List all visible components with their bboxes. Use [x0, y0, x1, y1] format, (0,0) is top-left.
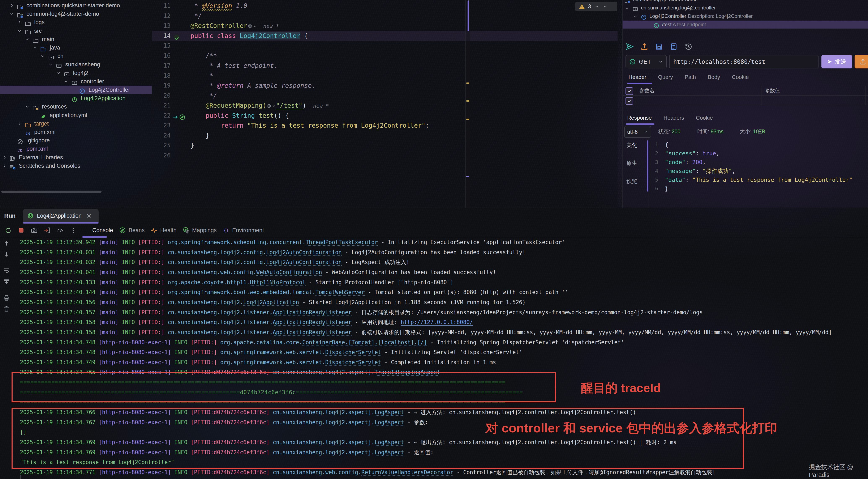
response-json-viewer[interactable]: 1{2"success": true,3"code": 200,4"messag… [649, 139, 868, 208]
editor-line-20[interactable]: 20 */ [152, 91, 618, 101]
editor-line-21[interactable]: 21 @RequestMapping("/test") new * [152, 100, 618, 111]
tab-headers[interactable]: Headers [663, 115, 684, 121]
down-button[interactable] [3, 251, 10, 258]
chevron-down-icon[interactable] [9, 10, 14, 18]
tab-body[interactable]: Body [708, 74, 720, 80]
editor-line-25[interactable]: 25} [152, 141, 618, 150]
tab-path[interactable]: Path [685, 74, 696, 80]
tab-response[interactable]: Response [627, 115, 652, 121]
editor-line-11[interactable]: 11 * @Version 1.0 [152, 1, 618, 11]
checkbox-checked[interactable] [625, 87, 633, 95]
chevron-down-icon[interactable] [64, 77, 69, 86]
send-button[interactable]: 发送 [822, 55, 852, 68]
tree-item-common-log4j2-starter-demo[interactable]: common-log4j2-starter-demo [0, 10, 152, 18]
tab-cookie[interactable]: Cookie [732, 74, 749, 80]
editor-line-12[interactable]: 12 */ [152, 11, 618, 21]
editor-line-23[interactable]: 23 return "This is a test response from … [152, 120, 618, 130]
tree-item-pom-xml[interactable]: mpom.xml [0, 128, 152, 136]
tree-item-application-yml[interactable]: application.yml [0, 111, 152, 119]
download-icon[interactable] [756, 128, 764, 135]
warning-mark[interactable] [466, 83, 469, 84]
endpoint-tree-item[interactable]: CLog4j2Controller Description: Log4j2Con… [623, 12, 868, 20]
warning-mark[interactable] [466, 100, 469, 101]
encoding-select[interactable]: utf-8 [624, 126, 651, 138]
chevron-right-icon[interactable] [2, 153, 7, 161]
chevron-right-icon[interactable] [17, 119, 22, 128]
tree-item-log4j2[interactable]: log4j2 [0, 69, 152, 77]
tree-item-log4j2controller[interactable]: CLog4j2Controller [0, 86, 152, 94]
endpoint-tree-item[interactable]: G/test A test endpoint. [623, 21, 868, 29]
globe-chip-icon[interactable] [266, 102, 276, 109]
tree-item-combinations-quickstart-starter-demo[interactable]: combinations-quickstart-starter-demo [0, 1, 152, 10]
tree-item-log4j2application[interactable]: Log4j2Application [0, 94, 152, 102]
tree-item-cn[interactable]: cn [0, 52, 152, 60]
editor-line-18[interactable]: 18 * [152, 71, 618, 81]
tab-cookie[interactable]: Cookie [696, 115, 713, 121]
tree-item-scratches-and-consoles[interactable]: Scratches and Consoles [0, 161, 152, 170]
tree-item--gitignore[interactable]: .gitignore [0, 136, 152, 145]
view-tab-0[interactable]: 美化 [626, 142, 637, 149]
chevron-down-icon[interactable] [625, 4, 629, 12]
doc-button[interactable] [670, 42, 678, 51]
code-editor[interactable]: 11 * @Version 1.012 */13@RestController … [152, 0, 618, 208]
chevron-down-icon[interactable] [633, 12, 638, 20]
tree-item-target[interactable]: target [0, 119, 152, 128]
editor-line-24[interactable]: 24 } [152, 130, 618, 141]
tab-query[interactable]: Query [658, 74, 673, 80]
tray-button[interactable] [640, 42, 649, 51]
editor-line-19[interactable]: 19 * @return A sample response. [152, 81, 618, 91]
chevron-right-icon[interactable] [17, 18, 22, 26]
chevron-down-icon[interactable] [602, 4, 608, 9]
editor-line-13[interactable]: 13@RestController new * [152, 21, 618, 31]
method-select[interactable]: G GET [625, 55, 666, 68]
warning-mark[interactable] [466, 119, 469, 120]
upload-button[interactable] [855, 55, 868, 68]
editor-line-16[interactable]: 16 /** [152, 51, 618, 61]
trash-button[interactable] [3, 305, 10, 312]
editor-line-17[interactable]: 17 * A test endpoint. [152, 61, 618, 71]
chevron-right-icon[interactable] [9, 1, 14, 10]
scrollbar-thumb[interactable] [468, 0, 469, 31]
tree-item-external-libraries[interactable]: External Libraries [0, 153, 152, 161]
tree-item-java[interactable]: java [0, 43, 152, 52]
hist-button[interactable] [684, 42, 693, 51]
inspection-widget[interactable]: 3 [575, 2, 617, 11]
endpoint-tree-item[interactable]: common-log4j2-starter-demo [623, 0, 868, 3]
tree-item-sunxiansheng[interactable]: sunxiansheng [0, 60, 152, 69]
chevron-down-icon[interactable] [40, 52, 45, 60]
editor-error-stripe[interactable] [465, 0, 470, 208]
editor-line-26[interactable]: 26 [152, 150, 618, 160]
chevron-down-icon[interactable] [617, 0, 621, 3]
editor-line-14[interactable]: 14public class Log4j2Controller { [152, 31, 618, 41]
url-input[interactable] [669, 55, 818, 68]
chevron-down-icon[interactable] [17, 27, 22, 35]
tree-item-main[interactable]: main [0, 35, 152, 43]
rerun-button[interactable] [5, 227, 12, 234]
tree-item-pom-xml[interactable]: mpom.xml [0, 145, 152, 153]
view-tab-1[interactable]: 原生 [626, 159, 637, 167]
checkbox-checked[interactable] [625, 97, 633, 105]
save-button[interactable] [655, 42, 663, 51]
view-tab-2[interactable]: 预览 [626, 178, 637, 185]
up-button[interactable] [3, 240, 10, 247]
editor-line-15[interactable]: 15 [152, 41, 618, 51]
chevron-down-icon[interactable] [25, 102, 30, 111]
endpoint-tree-item[interactable]: cn.sunxiansheng.log4j2.controller [623, 4, 868, 12]
scrollend-button[interactable] [3, 278, 10, 285]
globe-chip-icon[interactable] [247, 22, 257, 29]
plane-button[interactable] [625, 42, 634, 51]
tree-item-src[interactable]: src [0, 27, 152, 35]
wrap-button[interactable] [3, 267, 10, 274]
chevron-down-icon[interactable] [32, 43, 37, 52]
tree-item-controller[interactable]: controller [0, 77, 152, 86]
tree-item-logs[interactable]: logs [0, 18, 152, 26]
horizontal-scrollbar[interactable] [1, 190, 101, 193]
chevron-right-icon[interactable] [2, 161, 7, 170]
chevron-down-icon[interactable] [56, 69, 61, 77]
info-mark[interactable] [466, 176, 469, 177]
chevron-up-icon[interactable] [594, 4, 599, 9]
chevron-down-icon[interactable] [48, 60, 53, 69]
tab-header[interactable]: Header [628, 74, 646, 80]
editor-line-22[interactable]: 22 public String test() { [152, 111, 618, 121]
printer-button[interactable] [3, 294, 10, 301]
